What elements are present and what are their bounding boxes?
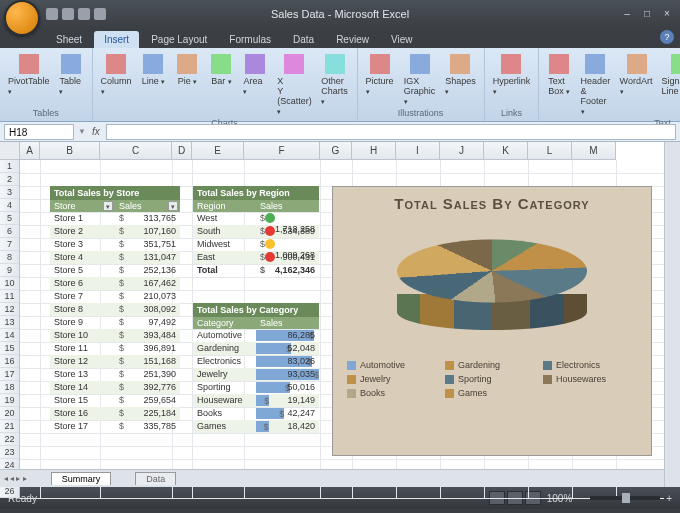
table-row[interactable]: South534,389 bbox=[193, 225, 319, 238]
table-row[interactable]: Store 2107,160 bbox=[50, 225, 180, 238]
table-row[interactable]: Store 15259,654 bbox=[50, 394, 180, 407]
ribbon-bar[interactable]: Bar ▾ bbox=[205, 52, 237, 118]
table-row[interactable]: Houseware19,149 bbox=[193, 394, 319, 407]
table-row[interactable]: Store 10393,484 bbox=[50, 329, 180, 342]
ribbon-column[interactable]: Column ▾ bbox=[97, 52, 136, 118]
row-header[interactable]: 8 bbox=[0, 251, 19, 264]
row-header[interactable]: 1 bbox=[0, 160, 19, 173]
table-row[interactable]: Games18,420 bbox=[193, 420, 319, 433]
zoom-in-icon[interactable]: + bbox=[666, 493, 672, 504]
row-header[interactable]: 6 bbox=[0, 225, 19, 238]
col-header[interactable]: K bbox=[484, 142, 528, 159]
row-header[interactable]: 12 bbox=[0, 303, 19, 316]
tab-page-layout[interactable]: Page Layout bbox=[141, 31, 217, 48]
table-row[interactable]: Automotive86,285 bbox=[193, 329, 319, 342]
col-header[interactable]: I bbox=[396, 142, 440, 159]
row-header[interactable]: 17 bbox=[0, 368, 19, 381]
ribbon-area[interactable]: Area ▾ bbox=[239, 52, 271, 118]
ribbon-header-footer[interactable]: Header&Footer ▾ bbox=[577, 52, 613, 118]
sheet-tab-summary[interactable]: Summary bbox=[51, 472, 112, 485]
table-row[interactable]: Store 6167,462 bbox=[50, 277, 180, 290]
ribbon-signature-line[interactable]: SignatureLine ▾ bbox=[660, 52, 680, 118]
row-header[interactable]: 11 bbox=[0, 290, 19, 303]
name-box[interactable]: H18 bbox=[4, 124, 74, 140]
row-header[interactable]: 5 bbox=[0, 212, 19, 225]
table-row[interactable]: Store 1313,765 bbox=[50, 212, 180, 225]
row-header[interactable]: 23 bbox=[0, 446, 19, 459]
tab-data[interactable]: Data bbox=[283, 31, 324, 48]
ribbon-igx-graphic[interactable]: IGXGraphic ▾ bbox=[400, 52, 439, 108]
table-row[interactable]: Store 11396,891 bbox=[50, 342, 180, 355]
tab-view[interactable]: View bbox=[381, 31, 423, 48]
table-row[interactable]: Store 14392,776 bbox=[50, 381, 180, 394]
ribbon-text-box[interactable]: TextBox ▾ bbox=[543, 52, 575, 118]
col-header[interactable]: L bbox=[528, 142, 572, 159]
ribbon-line[interactable]: Line ▾ bbox=[137, 52, 169, 118]
ribbon-hyperlink[interactable]: Hyperlink ▾ bbox=[489, 52, 535, 98]
vertical-scrollbar[interactable] bbox=[664, 142, 680, 487]
col-header[interactable]: H bbox=[352, 142, 396, 159]
table-row[interactable]: East900,431 bbox=[193, 251, 319, 264]
row-header[interactable]: 16 bbox=[0, 355, 19, 368]
tab-insert[interactable]: Insert bbox=[94, 31, 139, 48]
office-button[interactable] bbox=[4, 0, 40, 36]
table-row[interactable]: Store 12151,168 bbox=[50, 355, 180, 368]
row-header[interactable]: 21 bbox=[0, 420, 19, 433]
table-row[interactable]: Midwest1,009,268 bbox=[193, 238, 319, 251]
ribbon-wordart[interactable]: WordArt ▾ bbox=[616, 52, 658, 118]
row-header[interactable]: 3 bbox=[0, 186, 19, 199]
formula-input[interactable] bbox=[106, 124, 676, 140]
table-row[interactable]: Jewelry93,035 bbox=[193, 368, 319, 381]
row-header[interactable]: 13 bbox=[0, 316, 19, 329]
row-header[interactable]: 14 bbox=[0, 329, 19, 342]
col-header[interactable]: A bbox=[20, 142, 40, 159]
col-header[interactable]: C bbox=[100, 142, 172, 159]
minimize-icon[interactable]: – bbox=[620, 7, 634, 21]
ribbon-pivottable[interactable]: PivotTable ▾ bbox=[4, 52, 53, 98]
table-row[interactable]: Store 16225,184 bbox=[50, 407, 180, 420]
table-row[interactable]: Store 13251,390 bbox=[50, 368, 180, 381]
row-header[interactable]: 22 bbox=[0, 433, 19, 446]
col-header[interactable]: G bbox=[320, 142, 352, 159]
table-row[interactable]: Gardening52,048 bbox=[193, 342, 319, 355]
table-row[interactable]: Store 4131,047 bbox=[50, 251, 180, 264]
col-header[interactable]: J bbox=[440, 142, 484, 159]
table-row[interactable]: Store 17335,785 bbox=[50, 420, 180, 433]
table-row[interactable]: Sporting50,016 bbox=[193, 381, 319, 394]
table-row-total[interactable]: Total4,162,346 bbox=[193, 264, 319, 277]
table-row[interactable]: Books42,247 bbox=[193, 407, 319, 420]
row-header[interactable]: 9 bbox=[0, 264, 19, 277]
col-header[interactable]: M bbox=[572, 142, 616, 159]
row-header[interactable]: 20 bbox=[0, 407, 19, 420]
row-header[interactable]: 19 bbox=[0, 394, 19, 407]
col-header[interactable]: E bbox=[192, 142, 244, 159]
col-header[interactable]: D bbox=[172, 142, 192, 159]
worksheet-grid[interactable]: ABCDEFGHIJKLM 12345678910111213141516171… bbox=[0, 142, 680, 487]
row-header[interactable]: 2 bbox=[0, 173, 19, 186]
row-header[interactable]: 15 bbox=[0, 342, 19, 355]
ribbon-shapes[interactable]: Shapes ▾ bbox=[441, 52, 479, 108]
column-headers[interactable]: ABCDEFGHIJKLM bbox=[20, 142, 616, 160]
col-header[interactable]: F bbox=[244, 142, 320, 159]
table-row[interactable]: Store 997,492 bbox=[50, 316, 180, 329]
chart-pie[interactable]: Total Sales By Category AutomotiveGarden… bbox=[332, 186, 652, 456]
row-header[interactable]: 18 bbox=[0, 381, 19, 394]
ribbon-picture[interactable]: Picture ▾ bbox=[362, 52, 398, 108]
fx-icon[interactable]: fx bbox=[92, 126, 100, 137]
maximize-icon[interactable]: □ bbox=[640, 7, 654, 21]
row-header[interactable]: 4 bbox=[0, 199, 19, 212]
help-icon[interactable]: ? bbox=[660, 30, 674, 44]
row-header[interactable]: 10 bbox=[0, 277, 19, 290]
quick-access-toolbar[interactable] bbox=[46, 8, 106, 20]
ribbon-table[interactable]: Table ▾ bbox=[55, 52, 87, 98]
sheet-tab-data[interactable]: Data bbox=[135, 472, 176, 485]
tab-sheet[interactable]: Sheet bbox=[46, 31, 92, 48]
ribbon-pie[interactable]: Pie ▾ bbox=[171, 52, 203, 118]
table-row[interactable]: Store 5252,136 bbox=[50, 264, 180, 277]
tab-review[interactable]: Review bbox=[326, 31, 379, 48]
table-row[interactable]: West1,718,258 bbox=[193, 212, 319, 225]
select-all-corner[interactable] bbox=[0, 142, 20, 160]
table-row[interactable]: Electronics83,026 bbox=[193, 355, 319, 368]
col-header[interactable]: B bbox=[40, 142, 100, 159]
row-header[interactable]: 7 bbox=[0, 238, 19, 251]
